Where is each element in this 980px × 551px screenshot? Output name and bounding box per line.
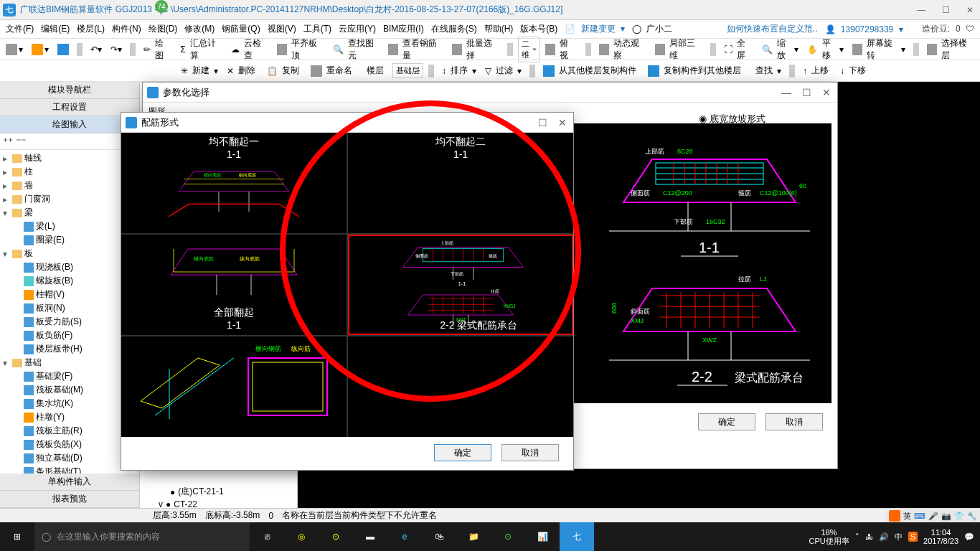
cpu-meter[interactable]: 18%CPU使用率 xyxy=(809,528,849,545)
dialog-close-button[interactable]: ✕ xyxy=(556,117,569,128)
tab-draw-input[interactable]: 绘图输入 xyxy=(0,116,139,133)
tree-item[interactable]: 板受力筋(S) xyxy=(0,315,139,329)
sum-button[interactable]: Σ 汇总计算 xyxy=(177,34,225,65)
tree-item[interactable]: ▾基础 xyxy=(0,356,139,369)
pan-button[interactable]: ✋ 平移 ▾ xyxy=(804,34,847,65)
menu-edit[interactable]: 编辑(E) xyxy=(38,22,72,37)
batch-select-button[interactable]: 批量选择 xyxy=(449,34,502,65)
close-button[interactable]: ✕ xyxy=(963,5,977,15)
taskbar-app[interactable]: ⊙ xyxy=(319,522,353,551)
view-rebar-button[interactable]: 查看钢筋量 xyxy=(385,34,446,65)
taskbar-app[interactable]: ◎ xyxy=(284,522,319,551)
open-file-icon[interactable]: ▾ xyxy=(29,42,52,57)
sort-button[interactable]: ↕ 排序▾ xyxy=(439,62,479,80)
tree-item[interactable]: 柱墩(Y) xyxy=(0,410,139,424)
tree-item[interactable]: 独立基础(D) xyxy=(0,451,139,465)
dialog-maximize-button[interactable]: ☐ xyxy=(800,87,813,98)
tree-item[interactable]: 圈梁(E) xyxy=(0,233,139,247)
floor-dropdown[interactable]: 楼层 xyxy=(361,62,390,80)
tree-item[interactable]: ▸门窗洞 xyxy=(0,192,139,206)
undo-icon[interactable]: ↶▾ xyxy=(88,43,105,56)
fullscreen-button[interactable]: ⛶ 全屏 xyxy=(721,34,756,65)
delete-button[interactable]: ✕ 删除 xyxy=(224,62,261,80)
tree-item[interactable]: 板洞(N) xyxy=(0,301,139,315)
minimize-button[interactable]: — xyxy=(914,5,928,15)
dialog-close-button[interactable]: ✕ xyxy=(820,87,833,98)
sogou-icon[interactable] xyxy=(889,510,900,522)
tree-item[interactable]: 条形基础(T) xyxy=(0,465,139,474)
tree-item[interactable]: 柱帽(V) xyxy=(0,288,139,301)
clock[interactable]: 11:042017/8/23 xyxy=(923,528,958,545)
form-option-2[interactable]: 均不翻起二1-1 xyxy=(348,133,573,233)
tray-chevron-icon[interactable]: ˄ xyxy=(855,532,859,542)
system-tray[interactable]: 18%CPU使用率 ˄ 🖧 🔊 中 S 11:042017/8/23 💬 xyxy=(809,528,980,545)
ime-icon[interactable]: 👕 xyxy=(954,512,964,521)
form-option-6[interactable] xyxy=(348,336,573,437)
tree-item[interactable]: ▸柱 xyxy=(0,165,139,179)
store-icon[interactable]: 🛍 xyxy=(422,522,456,551)
outer-ok-button[interactable]: 确定 xyxy=(698,413,755,430)
orbit-button[interactable]: 动态观察 xyxy=(596,34,649,65)
tree-item[interactable]: ▸轴线 xyxy=(0,151,139,165)
redo-icon[interactable]: ↷▾ xyxy=(108,43,125,56)
tree-item[interactable]: 集水坑(K) xyxy=(0,397,139,410)
start-button[interactable]: ⊞ xyxy=(0,522,34,551)
explorer-icon[interactable]: 📁 xyxy=(456,522,491,551)
tree-item[interactable]: 筏板主筋(R) xyxy=(0,424,139,438)
base-floor-dropdown[interactable]: 基础层 xyxy=(392,63,423,78)
tree-item[interactable]: 基础梁(F) xyxy=(0,369,139,383)
expand-all-icon[interactable]: ⁺⁺ xyxy=(3,136,13,147)
form-option-3[interactable]: 全部翻起1-1 横向底筋纵向底筋 xyxy=(121,235,347,335)
local-3d-button[interactable]: 局部三维 xyxy=(652,34,705,65)
move-down-button[interactable]: ↓ 下移 xyxy=(837,62,872,80)
task-view-icon[interactable]: ⎚ xyxy=(250,522,284,551)
view-mode-dropdown[interactable]: 二维 xyxy=(518,37,540,62)
tree-item[interactable]: ▸墙 xyxy=(0,179,139,192)
tree-item[interactable]: 筏板基础(M) xyxy=(0,383,139,397)
ime-icon[interactable]: 🎤 xyxy=(928,512,938,521)
ime-icon[interactable]: 🔧 xyxy=(967,512,977,521)
align-top-button[interactable]: 平齐板顶 xyxy=(274,34,327,65)
tab-report-preview[interactable]: 报表预览 xyxy=(0,491,139,508)
tray-network-icon[interactable]: 🖧 xyxy=(865,532,873,541)
find-button[interactable]: 查找▾ xyxy=(750,62,784,80)
new-button[interactable]: ✳ 新建▾ xyxy=(178,62,221,80)
ime-lang[interactable]: 英 xyxy=(903,511,911,522)
rotate-button[interactable]: 屏幕旋转 ▾ xyxy=(849,34,908,65)
tray-volume-icon[interactable]: 🔊 xyxy=(879,532,889,542)
menu-floor[interactable]: 楼层(L) xyxy=(74,22,108,37)
ime-bar[interactable]: 英 ⌨ 🎤 📷 👕 🔧 xyxy=(886,509,980,522)
copy-from-floor-button[interactable]: 从其他楼层复制构件 xyxy=(540,62,642,80)
tree-item[interactable]: 螺旋板(B) xyxy=(0,274,139,288)
form-option-4[interactable]: 上部筋 侧面筋 箍筋 下部筋 1-1 拉筋 XMSJ XWZ xyxy=(348,235,573,335)
dialog-maximize-button[interactable]: ☐ xyxy=(536,117,549,128)
inner-ok-button[interactable]: 确定 xyxy=(434,444,491,461)
tree-item[interactable]: 现浇板(B) xyxy=(0,260,139,274)
save-icon[interactable] xyxy=(55,42,72,57)
tray-sogou-icon[interactable]: S xyxy=(908,532,918,542)
tree-item[interactable]: 筏板负筋(X) xyxy=(0,438,139,451)
component-tree[interactable]: ▸轴线▸柱▸墙▸门窗洞▾梁梁(L)圈梁(E)▾板现浇板(B)螺旋板(B)柱帽(V… xyxy=(0,150,139,474)
form-option-1[interactable]: 均不翻起一1-1 横向底筋纵向底筋 xyxy=(121,133,347,233)
tray-ime[interactable]: 中 xyxy=(895,532,903,542)
menu-component[interactable]: 构件(N) xyxy=(109,22,144,37)
tree-item[interactable]: ▾梁 xyxy=(0,206,139,220)
ime-icon[interactable]: 📷 xyxy=(941,512,951,521)
tab-single-component[interactable]: 单构件输入 xyxy=(0,474,139,491)
form-option-5[interactable]: 横向钢筋纵向筋 xyxy=(121,336,347,437)
top-view-button[interactable]: 俯视 xyxy=(542,34,580,65)
ime-icon[interactable]: ⌨ xyxy=(914,512,925,521)
collapse-all-icon[interactable]: ⁻⁻ xyxy=(16,136,26,147)
zoom-button[interactable]: 🔍 缩放 ▾ xyxy=(759,34,801,65)
outer-cancel-button[interactable]: 取消 xyxy=(765,413,823,430)
taskbar-search[interactable]: ◯ 在这里输入你要搜索的内容 xyxy=(34,522,250,551)
cloud-check-button[interactable]: ☁ 云检查 xyxy=(228,34,271,65)
find-element-button[interactable]: 🔍 查找图元 xyxy=(330,34,382,65)
tree-item[interactable]: ▾板 xyxy=(0,247,139,260)
taskbar-app[interactable]: ▬ xyxy=(353,522,387,551)
move-up-button[interactable]: ↑ 上移 xyxy=(800,62,834,80)
tree-item[interactable]: 楼层板带(H) xyxy=(0,342,139,356)
tree-item[interactable]: 梁(L) xyxy=(0,220,139,233)
draw-button[interactable]: ✏ 绘图 xyxy=(141,34,174,65)
action-center-icon[interactable]: 💬 xyxy=(964,532,974,542)
